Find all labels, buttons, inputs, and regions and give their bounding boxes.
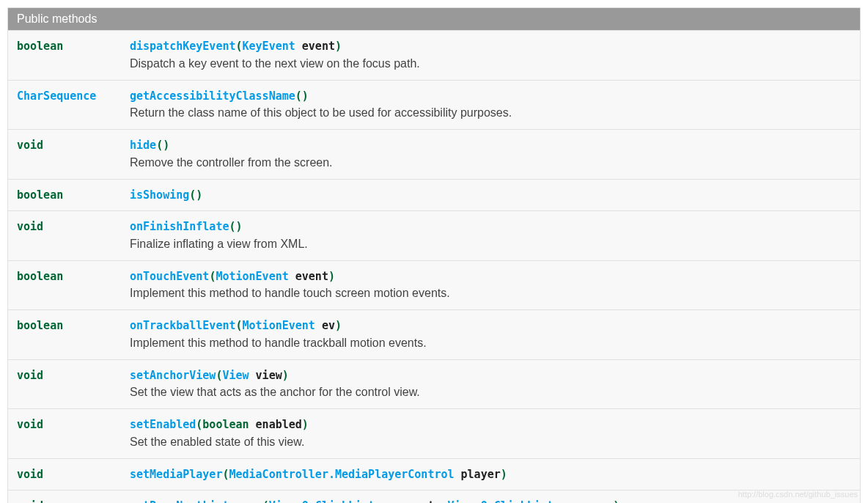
type-link[interactable]: View.OnClickListener [448, 499, 581, 503]
type-link[interactable]: KeyEvent [243, 40, 295, 53]
method-description: Set the enabled state of this view. [130, 433, 851, 451]
method-cell: setMediaPlayer(MediaController.MediaPlay… [121, 458, 861, 491]
return-type: boolean [8, 179, 122, 211]
method-cell: setPrevNextListeners(View.OnClickListene… [121, 491, 861, 504]
type-link[interactable]: View.OnClickListener [269, 499, 402, 503]
method-cell: dispatchKeyEvent(KeyEvent event)Dispatch… [121, 31, 861, 81]
method-description: Return the class name of this object to … [130, 104, 851, 122]
table-row: voidhide()Remove the controller from the… [8, 130, 861, 180]
method-cell: getAccessibilityClassName()Return the cl… [121, 80, 861, 130]
table-row: CharSequencegetAccessibilityClassName()R… [8, 80, 861, 130]
method-signature: onTrackballEvent(MotionEvent ev) [130, 317, 851, 334]
type-link[interactable]: onFinishInflate [130, 220, 229, 233]
type-link[interactable]: isShowing [130, 188, 189, 202]
table-row: voidsetEnabled(boolean enabled)Set the e… [8, 409, 861, 459]
method-cell: onFinishInflate()Finalize inflating a vi… [121, 211, 861, 261]
return-type: boolean [8, 31, 122, 81]
return-type: void [8, 491, 122, 504]
method-signature: onTouchEvent(MotionEvent event) [130, 268, 851, 285]
method-description: Finalize inflating a view from XML. [130, 235, 851, 253]
table-row: voidsetMediaPlayer(MediaController.Media… [8, 458, 861, 491]
return-type[interactable]: CharSequence [8, 80, 122, 130]
type-link[interactable]: setMediaPlayer [130, 468, 222, 481]
return-type: boolean [8, 310, 122, 360]
table-row: booleandispatchKeyEvent(KeyEvent event)D… [8, 31, 861, 81]
method-signature: hide() [130, 137, 851, 154]
method-description: Set the view that acts as the anchor for… [130, 383, 851, 401]
type-link[interactable]: MotionEvent [243, 319, 315, 332]
table-row: booleanonTrackballEvent(MotionEvent ev)I… [8, 310, 861, 360]
return-type: boolean [8, 260, 122, 310]
type-link[interactable]: dispatchKeyEvent [130, 40, 236, 53]
method-signature: onFinishInflate() [130, 219, 851, 235]
table-row: voidsetPrevNextListeners(View.OnClickLis… [8, 491, 861, 504]
method-signature: setEnabled(boolean enabled) [130, 416, 851, 433]
table-row: booleanisShowing() [8, 179, 861, 211]
method-description: Dispatch a key event to the next view on… [130, 55, 851, 73]
type-link[interactable]: onTouchEvent [130, 270, 209, 283]
table-row: booleanonTouchEvent(MotionEvent event)Im… [8, 260, 861, 310]
type-link[interactable]: View [222, 369, 249, 382]
method-signature: setAnchorView(View view) [130, 367, 851, 384]
type-link[interactable]: onTrackballEvent [130, 319, 236, 332]
method-cell: onTrackballEvent(MotionEvent ev)Implemen… [121, 310, 861, 360]
method-cell: setAnchorView(View view)Set the view tha… [121, 359, 861, 409]
method-signature: setPrevNextListeners(View.OnClickListene… [130, 498, 851, 503]
table-header: Public methods [8, 8, 861, 31]
method-cell: hide()Remove the controller from the scr… [121, 130, 861, 180]
public-methods-table: Public methods booleandispatchKeyEvent(K… [7, 7, 861, 503]
method-description: Implement this method to handle touch sc… [130, 284, 851, 302]
return-type: void [8, 409, 122, 459]
method-signature: setMediaPlayer(MediaController.MediaPlay… [130, 466, 851, 483]
method-signature: getAccessibilityClassName() [130, 88, 851, 105]
method-cell: setEnabled(boolean enabled)Set the enabl… [121, 409, 861, 459]
type-link[interactable]: hide [130, 139, 156, 152]
method-description: Implement this method to handle trackbal… [130, 334, 851, 352]
return-type: void [8, 359, 122, 409]
method-signature: isShowing() [130, 187, 851, 204]
methods-body: booleandispatchKeyEvent(KeyEvent event)D… [8, 31, 861, 504]
type-link[interactable]: getAccessibilityClassName [130, 89, 295, 103]
return-type: void [8, 211, 122, 261]
method-cell: isShowing() [121, 179, 861, 211]
type-link[interactable]: setPrevNextListeners [130, 499, 262, 503]
type-link[interactable]: setEnabled [130, 418, 196, 431]
return-type: void [8, 458, 122, 491]
type-link[interactable]: setAnchorView [130, 369, 216, 382]
table-row: voidonFinishInflate()Finalize inflating … [8, 211, 861, 261]
type-link[interactable]: MotionEvent [216, 270, 288, 283]
type-link[interactable]: MediaController.MediaPlayerControl [229, 468, 454, 481]
method-cell: onTouchEvent(MotionEvent event)Implement… [121, 260, 861, 310]
method-signature: dispatchKeyEvent(KeyEvent event) [130, 38, 851, 55]
table-row: voidsetAnchorView(View view)Set the view… [8, 359, 861, 409]
method-description: Remove the controller from the screen. [130, 154, 851, 172]
return-type: void [8, 130, 122, 180]
